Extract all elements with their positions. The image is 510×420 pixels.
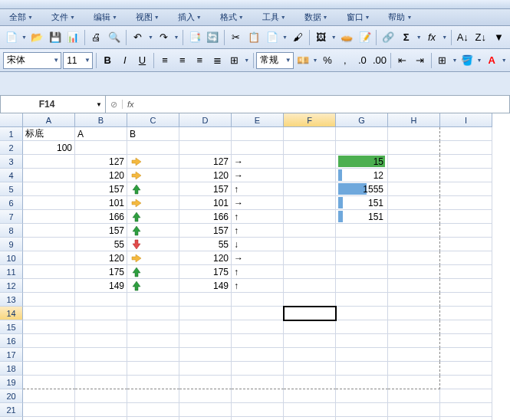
cell-A22[interactable] <box>23 417 75 420</box>
cell-C15[interactable] <box>127 320 179 334</box>
menu-help[interactable]: 帮助▼ <box>382 10 418 25</box>
row-header-9[interactable]: 9 <box>0 238 23 251</box>
cell-E12[interactable]: ↑ <box>232 279 284 293</box>
cell-B6[interactable]: 101 <box>75 196 127 210</box>
cell-F21[interactable] <box>284 403 336 417</box>
cell-F13[interactable] <box>284 293 336 307</box>
cell-D21[interactable] <box>179 403 232 417</box>
cell-E2[interactable] <box>232 141 284 155</box>
cell-A1[interactable]: 标底 <box>23 127 75 141</box>
row-header-14[interactable]: 14 <box>0 307 23 320</box>
cell-I9[interactable] <box>440 238 492 251</box>
cell-C5[interactable] <box>127 182 179 196</box>
cell-B19[interactable] <box>75 376 127 389</box>
cell-A8[interactable] <box>23 224 75 238</box>
italic-button[interactable]: I <box>117 52 133 69</box>
currency-dropdown[interactable]: ▼ <box>312 57 318 63</box>
row-header-10[interactable]: 10 <box>0 251 23 265</box>
cell-E16[interactable] <box>232 334 284 348</box>
cell-D22[interactable] <box>179 417 232 420</box>
row-header-6[interactable]: 6 <box>0 196 23 210</box>
cell-F17[interactable] <box>284 348 336 362</box>
cell-B3[interactable]: 127 <box>75 155 127 169</box>
cell-B16[interactable] <box>75 334 127 348</box>
cell-E15[interactable] <box>232 320 284 334</box>
format-painter-button[interactable]: 🖌 <box>289 29 306 46</box>
cell-F4[interactable] <box>284 169 336 182</box>
preview-button[interactable]: 🔍 <box>107 29 123 46</box>
cell-I3[interactable] <box>440 155 492 169</box>
column-header-H[interactable]: H <box>388 113 440 127</box>
chart-button[interactable]: 🥧 <box>338 29 355 46</box>
row-header-16[interactable]: 16 <box>0 334 23 348</box>
cell-E7[interactable]: ↑ <box>232 210 284 224</box>
row-header-18[interactable]: 18 <box>0 362 23 376</box>
cell-A15[interactable] <box>23 320 75 334</box>
cell-I7[interactable] <box>440 210 492 224</box>
image-dropdown[interactable]: ▼ <box>331 34 337 40</box>
cell-I19[interactable] <box>440 376 492 389</box>
cell-B21[interactable] <box>75 403 127 417</box>
cell-C13[interactable] <box>127 293 179 307</box>
cell-C10[interactable] <box>127 251 179 265</box>
cell-H5[interactable] <box>388 182 440 196</box>
cell-G16[interactable] <box>336 334 388 348</box>
redo-button[interactable]: ↷ <box>155 29 172 46</box>
copy-button[interactable]: 📋 <box>245 29 262 46</box>
bold-button[interactable]: B <box>100 52 116 69</box>
cell-D10[interactable]: 120 <box>179 251 232 265</box>
new-button[interactable]: 📄 <box>3 29 20 46</box>
cell-H20[interactable] <box>388 389 440 403</box>
comma-button[interactable]: , <box>337 52 353 69</box>
cell-A21[interactable] <box>23 403 75 417</box>
cell-B7[interactable]: 166 <box>75 210 127 224</box>
cell-G2[interactable] <box>336 141 388 155</box>
cell-H13[interactable] <box>388 293 440 307</box>
cell-F2[interactable] <box>284 141 336 155</box>
row-header-8[interactable]: 8 <box>0 224 23 238</box>
cell-G8[interactable] <box>336 224 388 238</box>
cell-A10[interactable] <box>23 251 75 265</box>
fx-icon[interactable]: fx <box>122 100 139 109</box>
cell-G19[interactable] <box>336 376 388 389</box>
cell-G10[interactable] <box>336 251 388 265</box>
cell-B4[interactable]: 120 <box>75 169 127 182</box>
cell-G1[interactable] <box>336 127 388 141</box>
cell-D4[interactable]: 120 <box>179 169 232 182</box>
merge-dropdown[interactable]: ▼ <box>244 57 249 63</box>
merge-cells-button[interactable]: ⊞ <box>226 52 242 69</box>
cell-B22[interactable] <box>75 417 127 420</box>
pivot-button[interactable]: 📑 <box>186 29 203 46</box>
cell-I13[interactable] <box>440 293 492 307</box>
cell-C1[interactable]: B <box>127 127 179 141</box>
image-button[interactable]: 🖼 <box>313 29 330 46</box>
cell-F3[interactable] <box>284 155 336 169</box>
menu-view[interactable]: 视图▼ <box>130 10 166 25</box>
cell-E5[interactable]: ↑ <box>232 182 284 196</box>
row-header-5[interactable]: 5 <box>0 182 23 196</box>
cell-I14[interactable] <box>440 307 492 320</box>
cell-C9[interactable] <box>127 238 179 251</box>
cell-F8[interactable] <box>284 224 336 238</box>
menu-all[interactable]: 全部▼ <box>3 10 39 25</box>
cell-F5[interactable] <box>284 182 336 196</box>
cell-B17[interactable] <box>75 348 127 362</box>
cell-H9[interactable] <box>388 238 440 251</box>
cell-E11[interactable]: ↑ <box>232 265 284 279</box>
borders-dropdown[interactable]: ▼ <box>452 57 457 63</box>
cell-A6[interactable] <box>23 196 75 210</box>
refresh-button[interactable]: 🔄 <box>204 29 221 46</box>
increase-decimal-button[interactable]: .0 <box>354 52 370 69</box>
row-header-4[interactable]: 4 <box>0 169 23 182</box>
cell-C4[interactable] <box>127 169 179 182</box>
row-header-2[interactable]: 2 <box>0 141 23 155</box>
cell-E19[interactable] <box>232 376 284 389</box>
paste-dropdown[interactable]: ▼ <box>281 34 288 40</box>
cell-D13[interactable] <box>179 293 232 307</box>
cell-A20[interactable] <box>23 389 75 403</box>
function-dropdown[interactable]: ▼ <box>442 34 448 40</box>
cell-D1[interactable] <box>179 127 232 141</box>
number-format-select[interactable]: 常规▼ <box>256 52 293 69</box>
cell-B1[interactable]: A <box>75 127 127 141</box>
currency-button[interactable]: 💴 <box>295 52 311 69</box>
